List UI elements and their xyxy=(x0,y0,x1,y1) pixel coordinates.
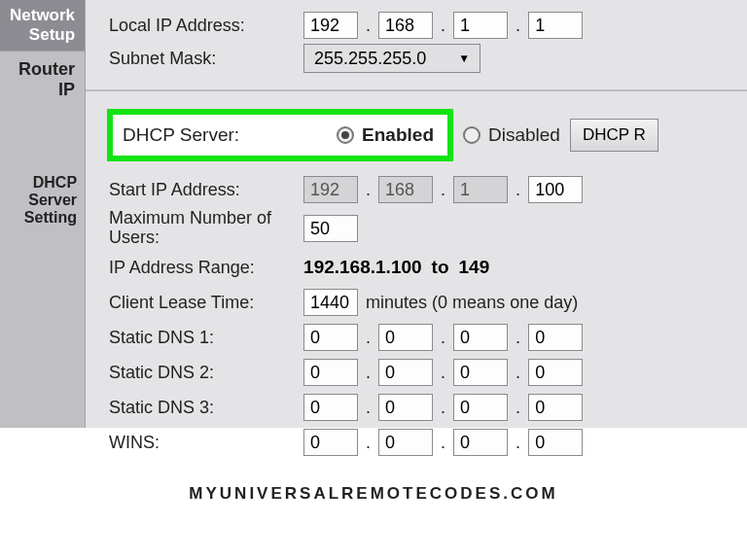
dot-icon: . xyxy=(437,363,449,383)
lease-time-label: Client Lease Time: xyxy=(109,293,303,313)
row-start-ip: Start IP Address: . . . xyxy=(109,173,747,206)
dot-icon: . xyxy=(512,328,524,348)
max-users-input[interactable] xyxy=(303,215,358,242)
row-subnet-mask: Subnet Mask: 255.255.255.0 ▼ xyxy=(109,43,747,74)
start-ip-label: Start IP Address: xyxy=(109,180,303,200)
dhcp-reservation-button[interactable]: DHCP R xyxy=(570,119,658,152)
dot-icon: . xyxy=(362,398,374,418)
max-users-label: Maximum Number of Users: xyxy=(109,209,303,248)
wins-label: WINS: xyxy=(109,433,303,453)
dns3-group: . . . xyxy=(303,394,583,421)
subnet-mask-value: 255.255.255.0 xyxy=(314,49,426,69)
row-ip-range: IP Address Range: 192.168.1.100 to 149 xyxy=(109,251,747,284)
dns3-octet-2[interactable] xyxy=(378,394,433,421)
wins-octet-2[interactable] xyxy=(378,429,433,456)
dot-icon: . xyxy=(437,328,449,348)
dns1-octet-4[interactable] xyxy=(528,324,583,351)
dot-icon: . xyxy=(362,328,374,348)
dhcp-subrows: Start IP Address: . . . Maximum Number o… xyxy=(109,173,747,459)
row-max-users: Maximum Number of Users: xyxy=(109,208,747,249)
watermark-footer: MYUNIVERSALREMOTECODES.COM xyxy=(0,484,747,504)
dot-icon: . xyxy=(512,363,524,383)
local-ip-octet-3[interactable] xyxy=(453,12,508,39)
dns2-octet-1[interactable] xyxy=(303,359,358,386)
sidebar: Network Setup Router IP DHCP Server Sett… xyxy=(0,0,86,428)
dot-icon: . xyxy=(437,180,449,200)
dot-icon: . xyxy=(362,180,374,200)
dns2-octet-4[interactable] xyxy=(528,359,583,386)
row-lease-time: Client Lease Time: minutes (0 means one … xyxy=(109,286,747,319)
dot-icon: . xyxy=(437,433,449,453)
dot-icon: . xyxy=(362,16,374,36)
sidebar-section-network-setup: Network Setup xyxy=(0,0,85,52)
dns1-octet-3[interactable] xyxy=(453,324,508,351)
start-ip-octet-1 xyxy=(303,176,358,203)
dns2-group: . . . xyxy=(303,359,583,386)
radio-unchecked-icon xyxy=(463,126,480,144)
dot-icon: . xyxy=(437,16,449,36)
dhcp-disabled-radio-wrap[interactable]: Disabled xyxy=(463,124,560,146)
local-ip-label: Local IP Address: xyxy=(109,16,303,36)
main-content: Local IP Address: . . . Subnet Mask: 255… xyxy=(86,0,747,428)
dns1-octet-1[interactable] xyxy=(303,324,358,351)
subnet-mask-label: Subnet Mask: xyxy=(109,49,303,69)
row-dns3: Static DNS 3: . . . xyxy=(109,391,747,424)
dns1-octet-2[interactable] xyxy=(378,324,433,351)
dns1-label: Static DNS 1: xyxy=(109,328,303,348)
radio-checked-icon xyxy=(337,126,354,144)
dot-icon: . xyxy=(362,433,374,453)
lease-time-input[interactable] xyxy=(303,289,358,316)
dns1-group: . . . xyxy=(303,324,583,351)
dns3-octet-4[interactable] xyxy=(528,394,583,421)
start-ip-octet-2 xyxy=(378,176,433,203)
dhcp-enabled-label: Enabled xyxy=(362,124,434,146)
dns2-label: Static DNS 2: xyxy=(109,363,303,383)
wins-octet-3[interactable] xyxy=(453,429,508,456)
row-dns1: Static DNS 1: . . . xyxy=(109,321,747,354)
row-dns2: Static DNS 2: . . . xyxy=(109,356,747,389)
dns2-octet-3[interactable] xyxy=(453,359,508,386)
dns3-octet-1[interactable] xyxy=(303,394,358,421)
dhcp-server-label: DHCP Server: xyxy=(123,124,298,146)
section-divider xyxy=(86,89,747,91)
router-config-panel: Network Setup Router IP DHCP Server Sett… xyxy=(0,0,747,428)
local-ip-group: . . . xyxy=(303,12,583,39)
sidebar-item-router-ip[interactable]: Router IP xyxy=(0,52,85,108)
lease-time-note: minutes (0 means one day) xyxy=(366,293,578,313)
dns3-label: Static DNS 3: xyxy=(109,398,303,418)
wins-octet-4[interactable] xyxy=(528,429,583,456)
row-wins: WINS: . . . xyxy=(109,426,747,459)
subnet-mask-select[interactable]: 255.255.255.0 ▼ xyxy=(303,44,480,73)
dns2-octet-2[interactable] xyxy=(378,359,433,386)
dot-icon: . xyxy=(512,16,524,36)
ip-range-label: IP Address Range: xyxy=(109,258,303,278)
ip-range-to: to xyxy=(432,257,449,278)
dhcp-disabled-label: Disabled xyxy=(488,124,560,146)
row-local-ip: Local IP Address: . . . xyxy=(109,10,747,41)
ip-range-end: 149 xyxy=(459,257,490,278)
start-ip-octet-4[interactable] xyxy=(528,176,583,203)
start-ip-octet-3 xyxy=(453,176,508,203)
wins-octet-1[interactable] xyxy=(303,429,358,456)
dhcp-server-enabled-highlight: DHCP Server: Enabled xyxy=(107,109,453,161)
dot-icon: . xyxy=(512,180,524,200)
dhcp-enabled-radio-wrap[interactable]: Enabled xyxy=(337,124,434,146)
dot-icon: . xyxy=(437,398,449,418)
wins-group: . . . xyxy=(303,429,583,456)
dns3-octet-3[interactable] xyxy=(453,394,508,421)
dot-icon: . xyxy=(362,363,374,383)
start-ip-group: . . . xyxy=(303,176,583,203)
row-dhcp-server: DHCP Server: Enabled Disabled DHCP R xyxy=(109,109,747,161)
dot-icon: . xyxy=(512,433,524,453)
local-ip-octet-2[interactable] xyxy=(378,12,433,39)
sidebar-item-dhcp-server-setting[interactable]: DHCP Server Setting xyxy=(0,166,85,234)
dot-icon: . xyxy=(512,398,524,418)
chevron-down-icon: ▼ xyxy=(458,52,470,65)
sidebar-spacer xyxy=(0,108,85,166)
local-ip-octet-1[interactable] xyxy=(303,12,358,39)
ip-range-start: 192.168.1.100 xyxy=(303,257,422,278)
local-ip-octet-4[interactable] xyxy=(528,12,583,39)
